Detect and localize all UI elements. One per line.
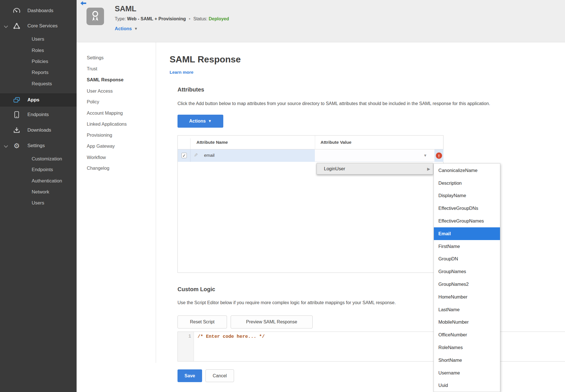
column-divider <box>190 138 191 149</box>
subnav-item-settings[interactable]: Settings <box>87 55 104 60</box>
subnav-item-provisioning[interactable]: Provisioning <box>87 132 112 138</box>
sidebar-item-label: Network <box>32 189 49 195</box>
attribute-submenu: CanonicalizeNameDescriptionDisplayNameEf… <box>434 163 500 392</box>
sidebar-item-reports[interactable]: Reports <box>0 67 77 78</box>
submenu-item-email[interactable]: Email <box>434 227 500 240</box>
learn-more-link[interactable]: Learn more <box>170 70 193 75</box>
custom-logic-description: Use the Script Editor below if you requi… <box>177 300 396 305</box>
subnav-item-linked-applications[interactable]: Linked Applications <box>87 121 127 127</box>
submenu-item-shortname[interactable]: ShortName <box>434 354 500 367</box>
sidebar-item-label: Settings <box>27 143 45 149</box>
app-meta-line: Type: Web - SAML + Provisioning • Status… <box>115 16 229 21</box>
meta-separator: • <box>187 16 192 21</box>
core-services-icon <box>13 22 20 30</box>
editor-code-line: /* Enter code here... */ <box>198 334 265 339</box>
sidebar-item-authentication[interactable]: Authentication <box>0 175 77 187</box>
sidebar-item-policies[interactable]: Policies <box>0 56 77 67</box>
attributes-description: Click the Add button below to map attrib… <box>177 101 490 106</box>
submenu-item-rolenames[interactable]: RoleNames <box>434 341 500 354</box>
chevron-down-icon[interactable] <box>5 25 8 28</box>
sidebar-item-users[interactable]: Users <box>0 197 77 209</box>
sidebar-item-core-services[interactable]: Core Services <box>0 20 77 32</box>
submenu-item-homenumber[interactable]: HomeNumber <box>434 291 500 303</box>
app-header: SAML Type: Web - SAML + Provisioning • S… <box>77 0 565 42</box>
subnav-item-app-gateway[interactable]: App Gateway <box>87 143 115 149</box>
sidebar-item-customization[interactable]: Customization <box>0 153 77 165</box>
custom-logic-heading: Custom Logic <box>177 286 215 293</box>
submenu-item-description[interactable]: Description <box>434 177 500 190</box>
subnav-item-changelog[interactable]: Changelog <box>87 165 109 171</box>
submenu-item-officenumber[interactable]: OfficeNumber <box>434 328 500 341</box>
submenu-item-effectivegroupnames[interactable]: EffectiveGroupNames <box>434 215 500 227</box>
submenu-item-canonicalizename[interactable]: CanonicalizeName <box>434 164 500 177</box>
sidebar-item-apps[interactable]: Apps <box>0 93 77 106</box>
apps-icon <box>13 96 20 104</box>
sidebar-item-settings[interactable]: ⚙Settings <box>0 140 77 151</box>
dropdown-caret-icon: ▼ <box>423 153 427 158</box>
sidebar-item-label: Endpoints <box>27 112 49 117</box>
sidebar-item-network[interactable]: Network <box>0 186 77 198</box>
gauge-icon <box>13 7 20 14</box>
attribute-value-context-menu[interactable]: LoginUser ▶ <box>317 163 433 175</box>
submenu-item-lastname[interactable]: LastName <box>434 303 500 316</box>
row-checkbox[interactable]: ✓ <box>181 153 187 158</box>
save-button[interactable]: Save <box>177 369 202 382</box>
submenu-arrow-icon: ▶ <box>427 167 430 171</box>
chevron-down-icon[interactable] <box>5 144 8 147</box>
attributes-actions-button[interactable]: Actions▼ <box>177 115 223 128</box>
sidebar-item-label: Endpoints <box>32 167 53 173</box>
vertical-divider <box>156 42 156 363</box>
edit-pencil-icon[interactable]: ✎ <box>194 152 198 158</box>
subnav-item-workflow[interactable]: Workflow <box>87 155 106 160</box>
sidebar-item-endpoints[interactable]: Endpoints <box>0 109 77 120</box>
sidebar-item-users[interactable]: Users <box>0 34 77 45</box>
page-app-title: SAML <box>115 5 137 13</box>
column-header-attribute-value: Attribute Value <box>321 140 351 145</box>
submenu-item-displayname[interactable]: DisplayName <box>434 190 500 202</box>
cancel-button[interactable]: Cancel <box>205 369 234 382</box>
column-divider <box>315 136 315 149</box>
page-title: SAML Response <box>170 54 241 65</box>
attribute-name-cell: ✓ ✎ email <box>178 149 315 162</box>
submenu-item-groupnames2[interactable]: GroupNames2 <box>434 278 500 291</box>
table-header-row: Attribute Name Attribute Value <box>178 136 443 149</box>
submenu-item-firstname[interactable]: FirstName <box>434 240 500 253</box>
line-number: 1 <box>188 334 191 339</box>
sidebar-item-label: Roles <box>32 48 44 53</box>
sidebar-item-label: Users <box>32 36 44 42</box>
sidebar-item-requests[interactable]: Requests <box>0 78 77 90</box>
back-arrow-icon[interactable] <box>80 1 86 6</box>
subnav-item-trust[interactable]: Trust <box>87 66 97 71</box>
context-menu-label: LoginUser <box>324 166 345 171</box>
submenu-item-username[interactable]: Username <box>434 367 500 379</box>
attribute-name-value: email <box>204 153 215 158</box>
sidebar-item-dashboards[interactable]: Dashboards <box>0 5 77 16</box>
caret-down-icon: ▼ <box>134 27 138 31</box>
sidebar-item-downloads[interactable]: Downloads <box>0 125 77 136</box>
download-icon <box>13 127 20 134</box>
sidebar-item-roles[interactable]: Roles <box>0 45 77 56</box>
sidebar-item-label: Customization <box>32 156 62 162</box>
submenu-item-uuid[interactable]: Uuid <box>434 379 500 392</box>
subnav-item-user-access[interactable]: User Access <box>87 88 113 94</box>
header-actions-menu[interactable]: Actions▼ <box>115 26 138 31</box>
preview-saml-response-button[interactable]: Preview SAML Response <box>231 315 313 328</box>
subnav-item-account-mapping[interactable]: Account Mapping <box>87 110 123 116</box>
script-editor[interactable]: 1 /* Enter code here... */ <box>177 332 565 361</box>
submenu-item-effectivegroupdns[interactable]: EffectiveGroupDNs <box>434 202 500 215</box>
submenu-item-mobilenumber[interactable]: MobileNumber <box>434 316 500 329</box>
attribute-value-dropdown[interactable]: ▼ <box>315 149 434 162</box>
subnav-item-saml-response[interactable]: SAML Response <box>87 77 124 82</box>
column-header-attribute-name: Attribute Name <box>196 140 228 145</box>
sidebar-item-label: Requests <box>32 81 52 87</box>
reset-script-button[interactable]: Reset Script <box>177 315 227 328</box>
subnav-item-policy[interactable]: Policy <box>87 99 99 104</box>
submenu-item-groupdn[interactable]: GroupDN <box>434 253 500 265</box>
page: DashboardsCore ServicesUsersRolesPolicie… <box>0 0 565 392</box>
sidebar-item-endpoints[interactable]: Endpoints <box>0 164 77 175</box>
submenu-item-groupnames[interactable]: GroupNames <box>434 265 500 278</box>
sidebar-item-label: Apps <box>27 97 40 103</box>
error-icon: ! <box>436 153 442 159</box>
sidebar-item-label: Authentication <box>32 178 62 184</box>
status-label: Status: <box>193 16 207 21</box>
